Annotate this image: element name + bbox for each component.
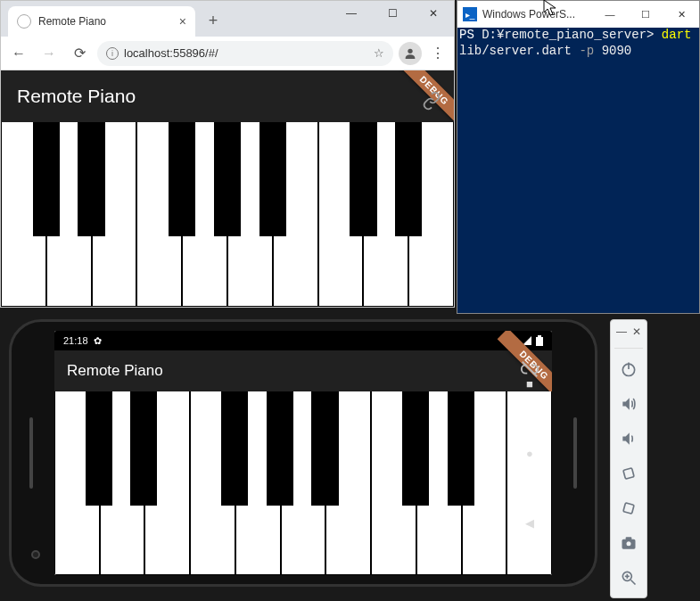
- zoom-in-icon: [620, 569, 638, 587]
- emu-minimize-button[interactable]: —: [616, 325, 627, 338]
- nav-back-button[interactable]: ◀: [525, 516, 534, 530]
- ps-command: dart: [654, 28, 691, 42]
- speaker-grille-left: [29, 417, 33, 489]
- status-gear-icon: ✿: [94, 335, 102, 347]
- rotate-right-button[interactable]: [614, 492, 643, 524]
- emulator-container: 21:18 ✿ Remote Piano DEBUG ■: [9, 319, 647, 598]
- svg-rect-7: [623, 503, 634, 514]
- rotate-left-icon: [620, 465, 638, 482]
- phone-app-bar: Remote Piano DEBUG: [54, 350, 552, 391]
- chrome-toolbar: ← → ⟳ i localhost:55896/#/ ☆ ⋮: [1, 37, 454, 70]
- back-button[interactable]: ←: [6, 41, 31, 66]
- rotate-left-button[interactable]: [614, 457, 643, 490]
- site-info-icon[interactable]: i: [106, 47, 119, 60]
- person-icon: [403, 46, 417, 61]
- black-key[interactable]: [259, 122, 286, 236]
- phone-frame: 21:18 ✿ Remote Piano DEBUG ■: [9, 319, 597, 587]
- android-status-bar: 21:18 ✿: [54, 331, 552, 350]
- battery-icon: [536, 335, 543, 346]
- svg-point-9: [627, 541, 631, 546]
- emulator-toolbar: — ✕: [610, 319, 647, 598]
- black-key[interactable]: [350, 122, 376, 236]
- ps-port: 9090: [594, 44, 631, 58]
- ps-prompt: PS: [459, 28, 482, 42]
- ps-cwd: D:¥remote_piano_server>: [482, 28, 654, 42]
- power-icon: [620, 360, 638, 378]
- new-tab-button[interactable]: +: [201, 8, 226, 33]
- nav-overview-button[interactable]: ■: [526, 377, 533, 391]
- window-close-button[interactable]: ✕: [413, 1, 454, 26]
- powershell-title: Windows PowerS...: [482, 8, 575, 21]
- power-button[interactable]: [614, 353, 643, 385]
- speaker-grille-right: [573, 417, 577, 489]
- black-key[interactable]: [130, 391, 157, 506]
- forward-button[interactable]: →: [37, 41, 62, 66]
- bookmark-star-icon[interactable]: ☆: [374, 46, 384, 60]
- volume-down-icon: [620, 430, 638, 448]
- black-key[interactable]: [86, 391, 112, 506]
- black-key[interactable]: [214, 122, 241, 236]
- terminal-output[interactable]: PS D:¥remote_piano_server> dart lib/serv…: [457, 28, 699, 313]
- svg-rect-2: [538, 335, 541, 337]
- screenshot-button[interactable]: [614, 527, 643, 559]
- black-key[interactable]: [169, 122, 195, 236]
- emu-close-button[interactable]: ✕: [632, 325, 641, 338]
- rotate-right-icon: [620, 499, 638, 517]
- browser-tab[interactable]: Remote Piano ×: [8, 6, 195, 37]
- ps-flag: -p: [572, 44, 594, 58]
- phone-piano-keyboard: [54, 391, 552, 575]
- white-key[interactable]: [506, 391, 552, 575]
- zoom-button[interactable]: [614, 562, 643, 594]
- svg-rect-10: [626, 537, 632, 539]
- ps-maximize-button[interactable]: ☐: [628, 1, 663, 28]
- reload-button[interactable]: ⟳: [67, 41, 92, 66]
- status-time: 21:18: [63, 335, 88, 346]
- url-text: localhost:55896/#/: [124, 46, 218, 60]
- svg-point-0: [408, 48, 412, 53]
- black-key[interactable]: [448, 391, 474, 506]
- black-key[interactable]: [33, 122, 60, 236]
- camera-dot: [31, 550, 40, 559]
- svg-line-3: [523, 361, 538, 376]
- app-bar: Remote Piano DEBUG: [1, 70, 454, 122]
- tab-title: Remote Piano: [38, 15, 106, 28]
- ps-minimize-button[interactable]: —: [592, 1, 628, 28]
- svg-line-12: [631, 580, 636, 585]
- address-bar[interactable]: i localhost:55896/#/ ☆: [97, 41, 393, 66]
- window-maximize-button[interactable]: ☐: [372, 1, 413, 26]
- link-icon[interactable]: [422, 91, 441, 115]
- window-minimize-button[interactable]: —: [331, 1, 372, 26]
- black-key[interactable]: [402, 391, 429, 506]
- camera-icon: [620, 534, 638, 552]
- black-key[interactable]: [78, 122, 104, 236]
- globe-favicon-icon: [17, 14, 31, 29]
- chrome-titlebar: Remote Piano × + — ☐ ✕: [1, 1, 454, 37]
- phone-app-title: Remote Piano: [67, 362, 163, 380]
- black-key[interactable]: [221, 391, 248, 506]
- chrome-menu-button[interactable]: ⋮: [427, 45, 449, 62]
- tab-close-icon[interactable]: ×: [179, 14, 186, 29]
- flutter-web-app: Remote Piano DEBUG: [1, 70, 454, 307]
- black-key[interactable]: [311, 391, 338, 506]
- svg-rect-6: [623, 468, 634, 479]
- black-key[interactable]: [395, 122, 422, 236]
- app-title: Remote Piano: [17, 86, 136, 107]
- volume-up-button[interactable]: [614, 388, 643, 420]
- powershell-titlebar: ▸_ Windows PowerS... — ☐ ✕: [457, 1, 699, 28]
- svg-rect-1: [536, 337, 543, 346]
- ps-close-button[interactable]: ✕: [663, 1, 699, 28]
- chrome-window: Remote Piano × + — ☐ ✕ ← → ⟳ i localhost…: [0, 0, 455, 308]
- volume-up-icon: [620, 395, 638, 413]
- black-key[interactable]: [267, 391, 293, 506]
- piano-keyboard: [1, 122, 454, 307]
- phone-screen: 21:18 ✿ Remote Piano DEBUG ■: [54, 331, 552, 575]
- volume-down-button[interactable]: [614, 423, 643, 455]
- powershell-icon: ▸_: [463, 7, 477, 21]
- powershell-window: ▸_ Windows PowerS... — ☐ ✕ PS D:¥remote_…: [457, 0, 700, 314]
- nav-home-button[interactable]: ●: [526, 447, 533, 460]
- profile-button[interactable]: [399, 42, 422, 65]
